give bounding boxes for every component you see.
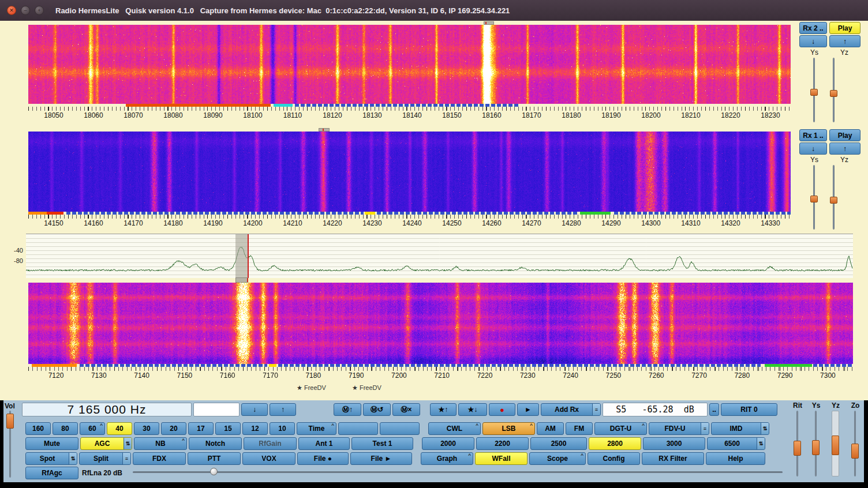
main-tune-cursor[interactable] bbox=[235, 277, 248, 283]
waterfall-main-canvas[interactable] bbox=[28, 283, 853, 364]
rx1-down-button[interactable]: ↓ bbox=[799, 142, 827, 155]
band-160-button[interactable]: 160 bbox=[25, 422, 51, 435]
rx2-up-button[interactable]: ↑ bbox=[829, 35, 860, 47]
rx2-menu-button[interactable]: Rx 2 .. bbox=[799, 22, 827, 34]
list-menu-icon[interactable]: ≡ bbox=[592, 404, 600, 415]
spin-control-icon[interactable]: ⇅ bbox=[757, 438, 765, 449]
band-30-button[interactable]: 30 bbox=[134, 422, 159, 435]
waterfall-rx1-canvas[interactable] bbox=[28, 132, 791, 212]
band-80-button[interactable]: 80 bbox=[53, 422, 78, 435]
mode-imd-button[interactable]: IMD⇅ bbox=[711, 422, 769, 435]
close-button[interactable]: ✕ bbox=[7, 6, 16, 15]
list-menu-icon[interactable]: ≡ bbox=[122, 453, 130, 464]
fav-go-button[interactable]: ★↓ bbox=[458, 403, 487, 416]
playback-button[interactable]: ► bbox=[517, 403, 539, 416]
nb-button[interactable]: NB^ bbox=[134, 437, 187, 450]
file-play-button[interactable]: File ► bbox=[350, 452, 412, 465]
slider-handle[interactable] bbox=[812, 440, 820, 455]
split-button[interactable]: Split≡ bbox=[79, 452, 131, 465]
band-blank-2-button[interactable] bbox=[380, 422, 420, 435]
yz-slider[interactable] bbox=[830, 411, 841, 476]
rx1-play-button[interactable]: Play bbox=[829, 129, 860, 141]
slider-handle[interactable] bbox=[851, 444, 859, 459]
rx-filter-button[interactable]: RX Filter bbox=[642, 452, 704, 465]
waterfall-rx2-canvas[interactable] bbox=[28, 25, 791, 104]
notch-button[interactable]: Notch bbox=[189, 437, 242, 450]
spectrum-graph-canvas[interactable] bbox=[26, 234, 853, 278]
mode-lsb-button[interactable]: LSB^ bbox=[482, 422, 535, 435]
mode-fm-button[interactable]: FM bbox=[566, 422, 593, 435]
band-17-button[interactable]: 17 bbox=[188, 422, 214, 435]
ys-slider[interactable] bbox=[811, 411, 821, 476]
rflna-slider[interactable] bbox=[133, 468, 783, 476]
maximize-button[interactable]: + bbox=[35, 6, 44, 15]
rit-slider[interactable] bbox=[793, 411, 802, 476]
slider-handle[interactable] bbox=[6, 414, 14, 429]
frequency-scale-rx1[interactable]: 1415014160141701418014190142001421014220… bbox=[28, 219, 791, 230]
scope-button[interactable]: Scope^ bbox=[529, 452, 586, 465]
filter-6500-button[interactable]: 6500⇅ bbox=[707, 437, 765, 450]
band-12-button[interactable]: 12 bbox=[242, 422, 268, 435]
slider-handle[interactable] bbox=[830, 197, 837, 204]
band-20-button[interactable]: 20 bbox=[161, 422, 186, 435]
rx2-play-button[interactable]: Play bbox=[829, 22, 860, 34]
band-10-button[interactable]: 10 bbox=[270, 422, 295, 435]
smeter-menu-button[interactable]: .. bbox=[709, 403, 719, 416]
rx1-ys-slider[interactable] bbox=[810, 165, 819, 230]
rx2-yz-slider[interactable] bbox=[829, 58, 839, 122]
list-menu-icon[interactable]: ≡ bbox=[701, 423, 709, 434]
mode-fdv-u-button[interactable]: FDV-U≡ bbox=[649, 422, 709, 435]
help-button[interactable]: Help bbox=[706, 452, 765, 465]
rx1-yz-slider[interactable] bbox=[829, 165, 839, 230]
rfagc-button[interactable]: RfAgc bbox=[25, 467, 78, 479]
frequency-scale-main[interactable]: 7120713071407150716071707180719072007210… bbox=[28, 371, 853, 382]
file-record-button[interactable]: File ● bbox=[297, 452, 349, 465]
filter-2200-button[interactable]: 2200 bbox=[476, 437, 529, 450]
test-1-button[interactable]: Test 1 bbox=[351, 437, 413, 450]
mute-button[interactable]: Mute bbox=[25, 437, 78, 450]
slider-handle[interactable] bbox=[832, 436, 839, 455]
vox-button[interactable]: VOX bbox=[242, 452, 295, 465]
filter-2500-button[interactable]: 2500 bbox=[530, 437, 587, 450]
rit-button[interactable]: RIT 0 bbox=[721, 403, 777, 416]
freq-step-up-button[interactable]: ↑ bbox=[270, 403, 296, 416]
mem-next-button[interactable]: Ⓜ↺ bbox=[363, 403, 391, 416]
spin-control-icon[interactable]: ⇅ bbox=[124, 438, 132, 449]
filter-2000-button[interactable]: 2000 bbox=[422, 437, 474, 450]
frequency-entry[interactable] bbox=[193, 403, 240, 416]
spin-control-icon[interactable]: ⇅ bbox=[761, 423, 769, 434]
mem-save-button[interactable]: Ⓜ↑ bbox=[334, 403, 361, 416]
slider-handle[interactable] bbox=[794, 441, 801, 456]
filter-2800-button[interactable]: 2800 bbox=[589, 437, 641, 450]
fdx-button[interactable]: FDX bbox=[133, 452, 186, 465]
record-button[interactable]: ● bbox=[489, 403, 515, 416]
mode-dgt-u-button[interactable]: DGT-U^ bbox=[594, 422, 647, 435]
band-time-button[interactable]: Time^ bbox=[297, 422, 336, 435]
config-button[interactable]: Config bbox=[588, 452, 640, 465]
filter-3000-button[interactable]: 3000 bbox=[643, 437, 705, 450]
ant-1-button[interactable]: Ant 1 bbox=[298, 437, 350, 450]
rfgain-button[interactable]: RfGain bbox=[244, 437, 297, 450]
volume-slider[interactable] bbox=[6, 411, 15, 478]
band-40-button[interactable]: 40 bbox=[107, 422, 132, 435]
rx1-menu-button[interactable]: Rx 1 .. bbox=[799, 129, 827, 141]
rx1-up-button[interactable]: ↑ bbox=[829, 142, 860, 155]
add-rx-button[interactable]: Add Rx≡ bbox=[541, 403, 601, 416]
band-blank-1-button[interactable] bbox=[338, 422, 378, 435]
slider-handle[interactable] bbox=[810, 89, 818, 96]
band-60-button[interactable]: 60^ bbox=[80, 422, 105, 435]
fav-add-button[interactable]: ★↑ bbox=[430, 403, 457, 416]
slider-handle[interactable] bbox=[210, 468, 218, 475]
slider-handle[interactable] bbox=[830, 90, 837, 97]
slider-handle[interactable] bbox=[810, 196, 818, 202]
wfall-button[interactable]: WFall bbox=[475, 452, 527, 465]
zo-slider[interactable] bbox=[851, 411, 860, 476]
mode-cwl-button[interactable]: CWL^ bbox=[428, 422, 481, 435]
mode-am-button[interactable]: AM bbox=[537, 422, 564, 435]
mem-delete-button[interactable]: Ⓜ× bbox=[392, 403, 420, 416]
freq-step-down-button[interactable]: ↓ bbox=[241, 403, 268, 416]
spin-control-icon[interactable]: ⇅ bbox=[69, 453, 77, 464]
graph-button[interactable]: Graph^ bbox=[421, 452, 473, 465]
agc-button[interactable]: AGC⇅ bbox=[80, 437, 132, 450]
rx2-down-button[interactable]: ↓ bbox=[799, 35, 827, 47]
